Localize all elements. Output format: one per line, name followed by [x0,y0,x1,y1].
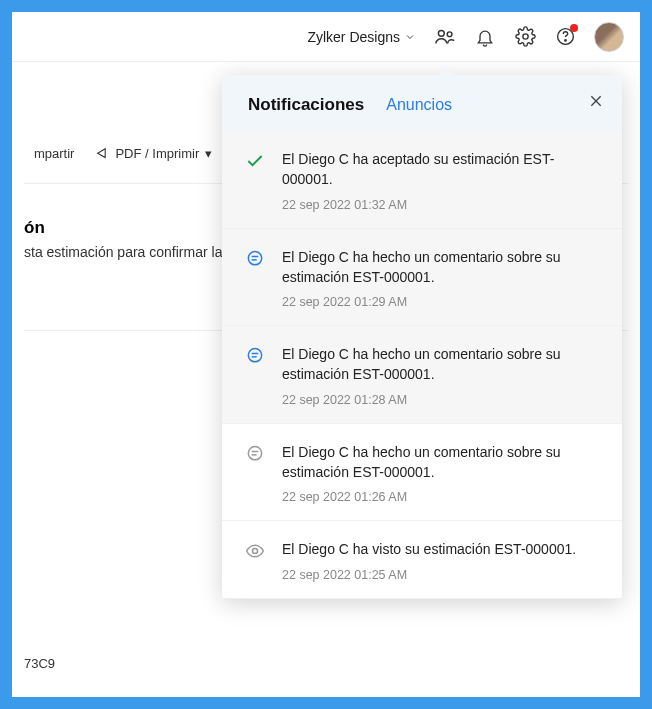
notification-time: 22 sep 2022 01:29 AM [282,295,602,309]
tab-notifications[interactable]: Notificaciones [248,95,364,115]
panel-caret-icon [438,67,454,75]
pdf-icon [96,147,109,160]
notification-item[interactable]: El Diego C ha visto su estimación EST-00… [222,521,622,598]
notifications-panel: Notificaciones Anuncios El Diego C ha ac… [222,75,622,599]
notification-time: 22 sep 2022 01:32 AM [282,198,602,212]
svg-point-15 [248,446,261,459]
gear-icon[interactable] [514,26,536,48]
svg-point-12 [248,349,261,362]
notification-item[interactable]: El Diego C ha hecho un comentario sobre … [222,229,622,327]
notification-time: 22 sep 2022 01:28 AM [282,393,602,407]
notification-item[interactable]: El Diego C ha aceptado su estimación EST… [222,131,622,229]
dropdown-caret-icon: ▾ [205,146,212,161]
notifications-header: Notificaciones Anuncios [222,75,622,131]
share-label: mpartir [34,146,74,161]
chevron-down-icon [404,31,416,43]
svg-point-9 [248,251,261,264]
users-icon[interactable] [434,26,456,48]
notification-item[interactable]: El Diego C ha hecho un comentario sobre … [222,424,622,522]
footer-code: 73C9 [24,656,55,671]
notification-body: El Diego C ha hecho un comentario sobre … [282,247,602,310]
check-icon [244,149,266,171]
notification-time: 22 sep 2022 01:26 AM [282,490,602,504]
notification-text: El Diego C ha hecho un comentario sobre … [282,247,602,288]
svg-point-1 [447,31,452,36]
bell-icon[interactable] [474,26,496,48]
comment-icon [244,247,266,269]
tab-announcements[interactable]: Anuncios [386,96,452,114]
svg-point-2 [522,34,527,39]
share-button[interactable]: mpartir [24,142,84,165]
comment-read-icon [244,442,266,464]
notification-body: El Diego C ha hecho un comentario sobre … [282,442,602,505]
pdf-print-button[interactable]: PDF / Imprimir ▾ [86,142,222,165]
notification-text: El Diego C ha hecho un comentario sobre … [282,344,602,385]
svg-point-18 [253,549,258,554]
notification-badge [570,24,578,32]
notification-text: El Diego C ha hecho un comentario sobre … [282,442,602,483]
notification-time: 22 sep 2022 01:25 AM [282,568,602,582]
close-icon[interactable] [588,93,604,113]
notification-body: El Diego C ha visto su estimación EST-00… [282,539,602,581]
comment-icon [244,344,266,366]
notification-body: El Diego C ha aceptado su estimación EST… [282,149,602,212]
help-icon[interactable] [554,26,576,48]
svg-point-0 [438,30,444,36]
org-name: Zylker Designs [307,29,400,45]
eye-icon [244,539,266,561]
org-switcher[interactable]: Zylker Designs [307,29,416,45]
notification-text: El Diego C ha visto su estimación EST-00… [282,539,602,559]
pdf-label: PDF / Imprimir [115,146,199,161]
notification-body: El Diego C ha hecho un comentario sobre … [282,344,602,407]
notification-item[interactable]: El Diego C ha hecho un comentario sobre … [222,326,622,424]
notification-text: El Diego C ha aceptado su estimación EST… [282,149,602,190]
svg-point-4 [564,40,565,41]
topbar: Zylker Designs [12,12,640,62]
avatar[interactable] [594,22,624,52]
notifications-list: El Diego C ha aceptado su estimación EST… [222,131,622,599]
